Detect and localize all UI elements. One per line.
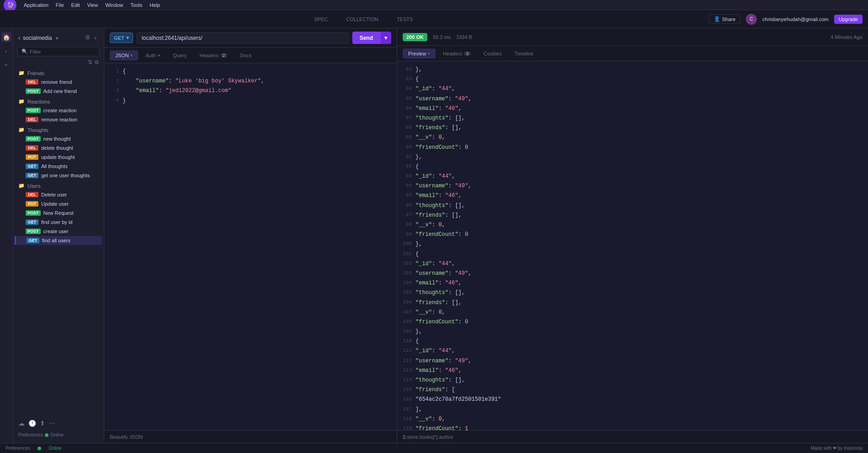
code-line-2: 2 "username": "Luke 'big boy' Skywalker"… (104, 76, 397, 86)
tab-timeline[interactable]: Timeline (509, 49, 539, 59)
tab-docs[interactable]: Docs (235, 50, 257, 60)
nav-item-label: remove friend (41, 79, 72, 85)
filter-input[interactable] (30, 49, 95, 55)
upgrade-button[interactable]: Upgrade (834, 15, 863, 24)
settings-icon[interactable]: ⚙ (85, 34, 91, 42)
cloud-icon[interactable]: ☁ (18, 420, 25, 427)
method-selector[interactable]: GET ▾ (110, 33, 133, 43)
nav-item-label: Delete user (41, 192, 67, 197)
tab-auth[interactable]: Auth ▾ (140, 50, 166, 60)
nav-item-find-all-users[interactable]: GET find all users (15, 236, 102, 245)
preferences-label[interactable]: Preferences (5, 446, 30, 451)
nav-item-update-user[interactable]: PUT Update user (15, 199, 102, 208)
response-line: 119 "friendCount": 1 (397, 424, 868, 430)
menu-application[interactable]: Application (24, 2, 49, 8)
send-dropdown-button[interactable]: ▾ (380, 32, 391, 44)
tab-json[interactable]: JSON ▾ (110, 50, 138, 60)
section-friends[interactable]: 📁 Friends (13, 67, 104, 77)
tab-headers-label: Headers (199, 53, 219, 58)
nav-item-label: get one user thoughts (41, 173, 90, 178)
response-line: 91 }, (397, 153, 868, 162)
section-reactions[interactable]: 📁 Reactions (13, 96, 104, 106)
section-reactions-label: Reactions (27, 99, 50, 104)
upload-icon[interactable]: ⬆ (40, 420, 45, 427)
nav-item-new-request[interactable]: POST New Request (15, 208, 102, 218)
nav-item-create-user[interactable]: POST create user (15, 227, 102, 236)
icon-add[interactable]: ＋ (1, 60, 11, 70)
method-label: GET (114, 35, 124, 41)
nav-item-new-thought[interactable]: POST new thought (15, 134, 102, 143)
section-thoughts[interactable]: 📁 Thoughts (13, 124, 104, 134)
tab-cookies[interactable]: Cookies (478, 49, 507, 59)
collection-dropdown-icon[interactable]: ▼ (54, 36, 59, 41)
tab-query[interactable]: Query (167, 50, 192, 60)
nav-item-label: Update user (41, 201, 69, 207)
tab-response-headers[interactable]: Headers 3 (437, 49, 476, 59)
nav-item-remove-friend[interactable]: DEL remove friend (15, 77, 102, 87)
tab-preview-label: Preview (408, 51, 426, 56)
response-line: 82 }, (397, 65, 868, 75)
filter-options-icon[interactable]: ⚙ (94, 59, 99, 65)
send-button[interactable]: Send (352, 32, 380, 44)
nav-item-label: new thought (43, 136, 71, 142)
tab-collection[interactable]: COLLECTION (343, 15, 382, 24)
nav-item-delete-user[interactable]: DEL Delete user (15, 190, 102, 199)
tab-headers[interactable]: Headers 2 (194, 50, 233, 60)
menu-file[interactable]: File (56, 2, 64, 8)
menu-window[interactable]: Window (105, 2, 123, 8)
nav-item-create-reaction[interactable]: POST create reaction (15, 106, 102, 115)
response-line: 102 "_id": "44", (397, 259, 868, 269)
folder-icon: 📁 (18, 183, 25, 189)
tab-preview[interactable]: Preview ▾ (403, 49, 436, 59)
nav-item-label: update thought (41, 154, 75, 160)
clock-icon[interactable]: 🕐 (28, 420, 36, 427)
response-line: 85 "username": "49", (397, 94, 868, 104)
response-line: 101 { (397, 250, 868, 259)
nav-item-label: delete thought (41, 145, 73, 151)
more-icon[interactable]: ⋯ (49, 420, 55, 427)
icon-home[interactable]: 🏠 (1, 32, 11, 42)
response-line: 106 "friends": [], (397, 298, 868, 308)
nav-item-delete-thought[interactable]: DEL delete thought (15, 143, 102, 153)
nav-item-add-friend[interactable]: POST Add new friend (15, 87, 102, 96)
url-bar: GET ▾ Send ▾ (104, 28, 397, 48)
nav-item-remove-reaction[interactable]: DEL remove reaction (15, 115, 102, 124)
request-panel: GET ▾ Send ▾ JSON ▾ Auth ▾ (104, 28, 397, 443)
add-icon[interactable]: ＋ (92, 34, 98, 42)
nav-item-find-user-by-id[interactable]: GET find user by id (15, 218, 102, 227)
method-put-badge: PUT (26, 201, 38, 207)
preferences-link[interactable]: Preferences (18, 432, 43, 437)
method-post-badge: POST (26, 108, 41, 113)
response-line: 89 "__v": 0, (397, 133, 868, 142)
menu-view[interactable]: View (87, 2, 98, 8)
tab-spec[interactable]: SPEC (311, 15, 332, 24)
share-icon: 👤 (714, 16, 720, 22)
nav-item-update-thought[interactable]: PUT update thought (15, 153, 102, 162)
request-code-editor[interactable]: 1 { 2 "username": "Luke 'big boy' Skywal… (104, 63, 397, 430)
menu-help[interactable]: Help (150, 2, 160, 8)
response-line: 83 { (397, 75, 868, 84)
sort-icon[interactable]: ⇅ (88, 59, 92, 65)
menu-tools[interactable]: Tools (130, 2, 142, 8)
response-line: 103 "username": "49", (397, 269, 868, 278)
response-time-ago: 4 Minutes Ago (830, 34, 863, 40)
url-input[interactable] (142, 35, 344, 41)
method-del-badge: DEL (26, 192, 38, 197)
nav-item-all-thoughts[interactable]: GET All thoughts (15, 162, 102, 171)
response-line: 84 "_id": "44", (397, 84, 868, 94)
back-arrow-icon[interactable]: ‹ (18, 35, 20, 41)
response-bottom-bar: $.store.books[*].author (397, 430, 868, 443)
nav-item-user-thoughts[interactable]: GET get one user thoughts (15, 171, 102, 180)
share-button[interactable]: 👤 Share (709, 14, 740, 24)
tab-tests[interactable]: TESTS (393, 15, 416, 24)
response-line: 92 { (397, 162, 868, 172)
code-line-4: 4 } (104, 96, 397, 106)
section-users[interactable]: 📁 Users (13, 180, 104, 190)
icon-back[interactable]: ‹ (1, 46, 11, 56)
status-bar: Preferences Online Made with ❤ by Insomn… (0, 443, 868, 453)
method-get-badge: GET (26, 219, 38, 225)
menu-edit[interactable]: Edit (71, 2, 80, 8)
tab-json-label: JSON (115, 53, 129, 58)
beautify-button[interactable]: Beautify JSON (110, 434, 143, 440)
search-icon: 🔍 (22, 49, 28, 55)
